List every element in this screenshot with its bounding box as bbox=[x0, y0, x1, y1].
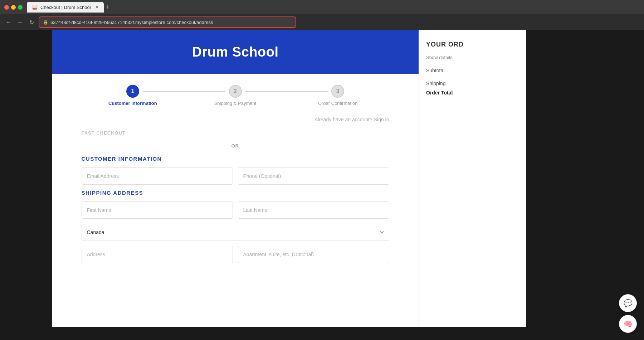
country-field-wrapper: Canada United States United Kingdom Aust… bbox=[82, 224, 389, 241]
address-bar-row: ← → ↻ 🔒 637443df-d8cd-416f-8f29-b66a1714… bbox=[0, 14, 644, 30]
country-select[interactable]: Canada United States United Kingdom Aust… bbox=[82, 224, 389, 241]
email-input[interactable] bbox=[82, 167, 233, 185]
maximize-button[interactable] bbox=[18, 5, 23, 10]
or-text: OR bbox=[231, 143, 239, 149]
tab-favicon: 🥁 bbox=[32, 5, 38, 10]
email-field-wrapper bbox=[82, 167, 233, 185]
name-row bbox=[82, 201, 389, 219]
subtotal-label: Subtotal bbox=[426, 68, 444, 73]
show-details-link[interactable]: Show details bbox=[426, 55, 453, 60]
sign-in-row: Already have an account? Sign in bbox=[82, 113, 389, 130]
address-row bbox=[82, 246, 389, 263]
order-sidebar: YOUR ORD Show details Subtotal Shipping … bbox=[419, 30, 526, 327]
url-text: 637443df-d8cd-416f-8f29-b66a1714b32f.mys… bbox=[50, 20, 213, 25]
checkout-steps: 1 Customer Information 2 Shipping & Paym… bbox=[74, 74, 396, 113]
browser-tab[interactable]: 🥁 Checkout | Drum School ✕ bbox=[27, 2, 104, 13]
first-name-input[interactable] bbox=[82, 201, 233, 219]
or-divider: OR bbox=[82, 143, 389, 149]
chat-button-2[interactable]: 🧠 bbox=[619, 315, 637, 333]
first-name-field-wrapper bbox=[82, 201, 233, 219]
sign-in-link[interactable]: Sign in bbox=[374, 117, 389, 122]
shipping-address-heading: SHIPPING ADDRESS bbox=[82, 190, 389, 196]
store-title: Drum School bbox=[59, 44, 411, 60]
shipping-label: Shipping bbox=[426, 81, 446, 86]
main-content: Drum School 1 Customer Information 2 Shi… bbox=[52, 30, 419, 327]
right-dark-panel bbox=[526, 30, 644, 327]
last-name-field-wrapper bbox=[238, 201, 389, 219]
left-dark-panel bbox=[0, 30, 52, 327]
step-3-label: Order Confirmation bbox=[318, 101, 358, 106]
phone-field-wrapper bbox=[238, 167, 389, 185]
minimize-button[interactable] bbox=[11, 5, 16, 10]
step-3-circle: 3 bbox=[331, 85, 344, 98]
sign-in-prompt: Already have an account? bbox=[314, 117, 372, 122]
title-bar: 🥁 Checkout | Drum School ✕ + bbox=[0, 0, 644, 14]
divider-left bbox=[82, 146, 226, 146]
page-wrapper: Drum School 1 Customer Information 2 Shi… bbox=[0, 30, 644, 327]
browser-chrome: 🥁 Checkout | Drum School ✕ + ← → ↻ 🔒 637… bbox=[0, 0, 644, 30]
fast-checkout-section: FAST CHECKOUT bbox=[82, 130, 389, 136]
address-line1-input[interactable] bbox=[82, 246, 233, 263]
customer-info-row bbox=[82, 167, 389, 185]
phone-input[interactable] bbox=[238, 167, 389, 185]
customer-information-section: CUSTOMER INFORMATION bbox=[82, 156, 389, 185]
fast-checkout-label: FAST CHECKOUT bbox=[82, 130, 126, 136]
address-line2-input[interactable] bbox=[238, 246, 389, 263]
step-2-circle: 2 bbox=[229, 85, 242, 98]
address2-field-wrapper bbox=[238, 246, 389, 263]
customer-info-heading: CUSTOMER INFORMATION bbox=[82, 156, 389, 162]
refresh-button[interactable]: ↻ bbox=[27, 18, 36, 26]
address-field-wrapper bbox=[82, 246, 233, 263]
step-1-label: Customer Information bbox=[108, 101, 157, 106]
subtotal-row: Subtotal bbox=[426, 68, 519, 73]
country-row: Canada United States United Kingdom Aust… bbox=[82, 224, 389, 241]
forward-button[interactable]: → bbox=[16, 18, 24, 26]
step-1-circle: 1 bbox=[126, 85, 139, 98]
step-1[interactable]: 1 Customer Information bbox=[82, 85, 184, 106]
tab-close-icon[interactable]: ✕ bbox=[95, 5, 99, 10]
step-2[interactable]: 2 Shipping & Payment bbox=[184, 85, 287, 106]
shipping-address-section: SHIPPING ADDRESS Canada United States bbox=[82, 190, 389, 263]
store-header: Drum School bbox=[52, 30, 419, 74]
window-controls bbox=[4, 5, 23, 10]
chat-icon-2: 🧠 bbox=[624, 320, 633, 328]
close-button[interactable] bbox=[4, 5, 9, 10]
address-bar[interactable]: 🔒 637443df-d8cd-416f-8f29-b66a1714b32f.m… bbox=[39, 16, 296, 28]
order-sidebar-title: YOUR ORD bbox=[426, 41, 519, 48]
new-tab-button[interactable]: + bbox=[106, 4, 110, 11]
form-area: Already have an account? Sign in FAST CH… bbox=[71, 113, 400, 279]
back-button[interactable]: ← bbox=[4, 18, 13, 26]
divider-right bbox=[245, 146, 389, 146]
chat-button-1[interactable]: 💬 bbox=[619, 294, 637, 312]
chat-widget: 💬 🧠 bbox=[619, 294, 637, 333]
step-3[interactable]: 3 Order Confirmation bbox=[287, 85, 389, 106]
tab-title: Checkout | Drum School bbox=[40, 5, 91, 10]
last-name-input[interactable] bbox=[238, 201, 389, 219]
lock-icon: 🔒 bbox=[43, 20, 48, 25]
shipping-row: Shipping bbox=[426, 81, 519, 86]
chat-icon-1: 💬 bbox=[624, 299, 633, 307]
step-2-label: Shipping & Payment bbox=[214, 101, 257, 106]
order-total-label: Order Total bbox=[426, 90, 453, 96]
total-row: Order Total bbox=[426, 90, 519, 96]
